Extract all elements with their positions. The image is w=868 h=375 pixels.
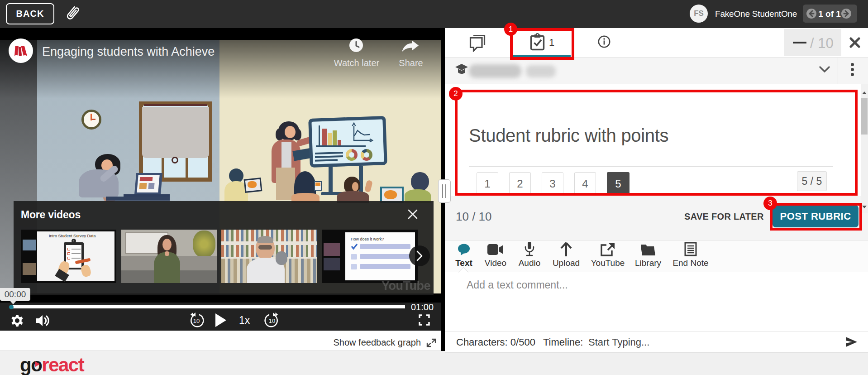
svg-text:10: 10 xyxy=(193,317,200,324)
svg-text:10: 10 xyxy=(269,317,275,324)
